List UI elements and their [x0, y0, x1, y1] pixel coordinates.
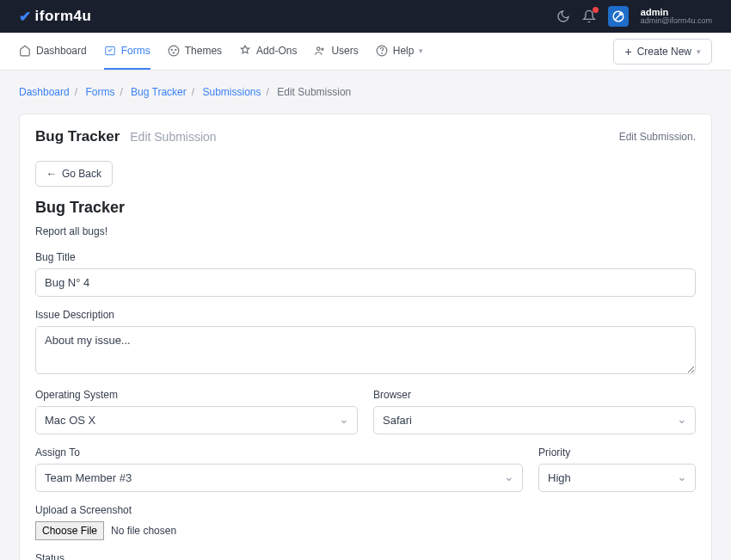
issue-description-input[interactable]: About my issue...: [35, 326, 696, 374]
priority-label: Priority: [538, 446, 696, 458]
browser-label: Browser: [373, 389, 696, 401]
navbar: Dashboard Forms Themes Add-Ons Users Hel…: [0, 33, 731, 71]
topbar: ✔ iform4u admin admin@iform4u.com: [0, 0, 731, 33]
puzzle-icon: [239, 45, 251, 57]
plus-icon: +: [624, 46, 631, 58]
svg-point-9: [381, 52, 382, 53]
priority-select[interactable]: High: [538, 464, 696, 492]
form-icon: [104, 45, 116, 57]
breadcrumb-link[interactable]: Bug Tracker: [131, 86, 187, 98]
avatar[interactable]: [608, 6, 629, 27]
bell-icon[interactable]: [582, 9, 596, 23]
chevron-down-icon: ▾: [697, 47, 701, 56]
nav-item-help[interactable]: Help ▾: [376, 33, 424, 70]
page-subtitle: Edit Submission: [130, 130, 216, 144]
header-note: Edit Submission.: [619, 131, 696, 143]
form-description: Report all bugs!: [35, 225, 696, 237]
svg-point-4: [175, 49, 175, 50]
nav-item-dashboard[interactable]: Dashboard: [19, 33, 87, 70]
check-icon: ✔: [19, 8, 32, 26]
moon-icon[interactable]: [556, 9, 570, 23]
chevron-down-icon: ▾: [419, 46, 423, 55]
nav-item-users[interactable]: Users: [314, 33, 358, 70]
status-label: Status: [35, 552, 696, 560]
go-back-button[interactable]: ← Go Back: [35, 161, 113, 187]
breadcrumb-link[interactable]: Dashboard: [19, 86, 70, 98]
bug-title-input[interactable]: [35, 268, 696, 297]
user-meta[interactable]: admin admin@iform4u.com: [641, 7, 712, 26]
assign-to-select[interactable]: Team Member #3: [35, 464, 523, 492]
notification-dot: [593, 7, 599, 13]
operating-system-select[interactable]: Mac OS X: [35, 406, 358, 434]
svg-point-3: [171, 49, 172, 50]
breadcrumb-current: Edit Submission: [277, 86, 351, 98]
home-icon: [19, 45, 31, 57]
issue-description-label: Issue Description: [35, 309, 696, 321]
page-title: Bug Tracker: [35, 128, 120, 145]
operating-system-label: Operating System: [35, 389, 358, 401]
svg-point-5: [173, 52, 174, 52]
help-icon: [376, 45, 388, 57]
browser-select[interactable]: Safari: [373, 406, 696, 434]
assign-to-label: Assign To: [35, 446, 523, 458]
brand-text: iform4u: [35, 8, 92, 25]
bug-title-label: Bug Title: [35, 251, 696, 263]
svg-point-7: [322, 48, 323, 50]
file-status: No file chosen: [111, 525, 176, 537]
palette-icon: [168, 45, 180, 57]
create-new-button[interactable]: + Create New ▾: [613, 39, 712, 65]
nav-item-themes[interactable]: Themes: [168, 33, 222, 70]
user-email: admin@iform4u.com: [641, 17, 712, 26]
nav-item-addons[interactable]: Add-Ons: [239, 33, 297, 70]
upload-screenshot-label: Upload a Screenshot: [35, 504, 696, 516]
users-icon: [314, 45, 326, 57]
svg-point-6: [317, 46, 321, 50]
breadcrumb-link[interactable]: Forms: [85, 86, 114, 98]
breadcrumb-link[interactable]: Submissions: [202, 86, 261, 98]
main-card: Bug Tracker Edit Submission Edit Submiss…: [19, 114, 712, 560]
nav-item-forms[interactable]: Forms: [104, 33, 150, 70]
choose-file-button[interactable]: Choose File: [35, 521, 104, 540]
svg-point-2: [169, 46, 179, 56]
breadcrumb: Dashboard/ Forms/ Bug Tracker/ Submissio…: [19, 86, 712, 98]
brand-logo[interactable]: ✔ iform4u: [19, 8, 91, 26]
arrow-left-icon: ←: [46, 168, 57, 180]
form-heading: Bug Tracker: [35, 199, 696, 217]
